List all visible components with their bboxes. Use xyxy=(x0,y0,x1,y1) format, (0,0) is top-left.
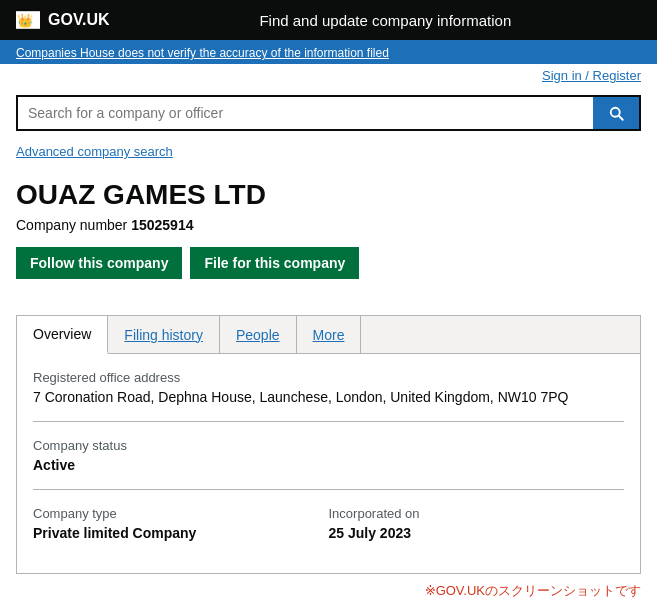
search-icon xyxy=(607,104,625,122)
notice-link[interactable]: Companies House does not verify the accu… xyxy=(16,46,389,60)
logo-text: GOV.UK xyxy=(48,11,110,29)
sign-in-link[interactable]: Sign in / Register xyxy=(542,68,641,83)
company-name: OUAZ GAMES LTD xyxy=(16,179,641,211)
company-status-section: Company status Active xyxy=(33,438,624,490)
follow-company-button[interactable]: Follow this company xyxy=(16,247,182,279)
gov-logo[interactable]: 👑 GOV.UK xyxy=(16,8,110,32)
company-type-label: Company type xyxy=(33,506,329,521)
tab-people[interactable]: People xyxy=(220,316,297,353)
company-status-value: Active xyxy=(33,457,624,473)
watermark: ※GOV.UKのスクリーンショットです xyxy=(0,574,657,600)
svg-text:👑: 👑 xyxy=(17,12,34,29)
incorporated-value: 25 July 2023 xyxy=(329,525,625,541)
crown-icon: 👑 xyxy=(16,8,40,32)
advanced-search-container: Advanced company search xyxy=(0,143,657,171)
file-company-button[interactable]: File for this company xyxy=(190,247,359,279)
watermark-text: ※GOV.UKのスクリーンショットです xyxy=(425,583,641,598)
company-status-label: Company status xyxy=(33,438,624,453)
company-number-label: Company number xyxy=(16,217,127,233)
search-input[interactable] xyxy=(18,97,593,129)
incorporated-col: Incorporated on 25 July 2023 xyxy=(329,506,625,541)
company-number-row: Company number 15025914 xyxy=(16,217,641,233)
header-title: Find and update company information xyxy=(130,12,641,29)
type-incorporated-row: Company type Private limited Company Inc… xyxy=(33,506,624,541)
registered-office-value: 7 Coronation Road, Dephna House, Launche… xyxy=(33,389,624,405)
company-type-col: Company type Private limited Company xyxy=(33,506,329,541)
company-actions: Follow this company File for this compan… xyxy=(16,247,641,279)
advanced-search-link[interactable]: Advanced company search xyxy=(16,144,173,159)
registered-office-label: Registered office address xyxy=(33,370,624,385)
notice-banner: Companies House does not verify the accu… xyxy=(0,40,657,64)
incorporated-label: Incorporated on xyxy=(329,506,625,521)
tab-filing-history[interactable]: Filing history xyxy=(108,316,220,353)
registered-office-section: Registered office address 7 Coronation R… xyxy=(33,370,624,422)
company-type-section: Company type Private limited Company Inc… xyxy=(33,506,624,557)
search-form xyxy=(16,95,641,131)
search-container xyxy=(0,87,657,143)
company-type-value: Private limited Company xyxy=(33,525,329,541)
tab-more[interactable]: More xyxy=(297,316,362,353)
tab-overview[interactable]: Overview xyxy=(17,316,108,354)
tabs-container: Overview Filing history People More Regi… xyxy=(16,315,641,574)
site-header: 👑 GOV.UK Find and update company informa… xyxy=(0,0,657,40)
company-section: OUAZ GAMES LTD Company number 15025914 F… xyxy=(0,171,657,315)
company-number-value: 15025914 xyxy=(131,217,193,233)
sign-in-bar: Sign in / Register xyxy=(0,64,657,87)
tabs-nav: Overview Filing history People More xyxy=(17,316,640,354)
search-button[interactable] xyxy=(593,97,639,129)
tab-content-overview: Registered office address 7 Coronation R… xyxy=(17,354,640,573)
